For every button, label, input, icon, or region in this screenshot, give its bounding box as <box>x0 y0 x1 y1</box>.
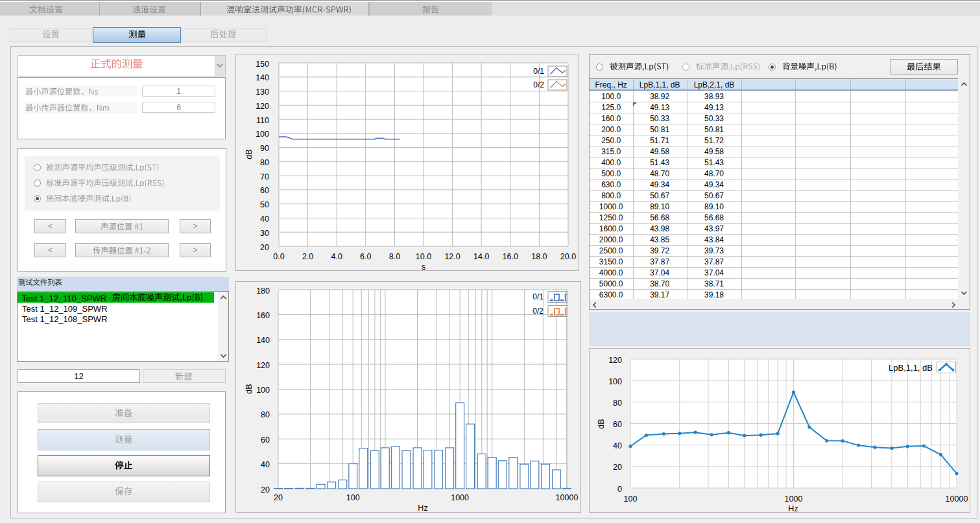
svg-text:60: 60 <box>260 186 269 195</box>
svg-text:2.0: 2.0 <box>302 252 313 261</box>
svg-text:100: 100 <box>624 494 638 504</box>
svg-text:0/1: 0/1 <box>532 292 544 301</box>
svg-text:110: 110 <box>256 116 269 125</box>
svg-text:120: 120 <box>256 102 269 111</box>
svg-text:0/2: 0/2 <box>532 307 544 316</box>
svg-text:18.0: 18.0 <box>531 252 547 261</box>
svg-text:6.0: 6.0 <box>360 252 371 261</box>
svg-text:60: 60 <box>261 436 270 445</box>
svg-text:120: 120 <box>256 361 270 370</box>
svg-text:8.0: 8.0 <box>389 252 400 261</box>
svg-text:140: 140 <box>256 336 270 345</box>
svg-text:40: 40 <box>260 215 269 224</box>
svg-text:60: 60 <box>613 420 622 429</box>
svg-text:20: 20 <box>613 463 622 472</box>
svg-text:4.0: 4.0 <box>331 252 342 261</box>
svg-text:20.0: 20.0 <box>560 252 576 261</box>
svg-text:0: 0 <box>617 485 622 494</box>
svg-text:1000: 1000 <box>451 493 469 502</box>
svg-text:0/2: 0/2 <box>533 80 544 89</box>
svg-text:40: 40 <box>261 460 270 469</box>
svg-text:160: 160 <box>256 311 270 320</box>
svg-text:100: 100 <box>256 130 269 139</box>
svg-text:100: 100 <box>608 377 622 386</box>
svg-text:40: 40 <box>613 441 622 450</box>
svg-text:12.0: 12.0 <box>444 252 460 261</box>
svg-text:180: 180 <box>256 286 270 296</box>
svg-text:140: 140 <box>256 73 269 82</box>
svg-text:100: 100 <box>346 493 360 502</box>
svg-text:70: 70 <box>260 172 269 181</box>
svg-text:0/1: 0/1 <box>533 67 544 76</box>
svg-text:130: 130 <box>256 87 269 97</box>
svg-text:90: 90 <box>260 144 269 153</box>
svg-text:10000: 10000 <box>556 493 579 502</box>
svg-text:0.0: 0.0 <box>273 252 284 261</box>
svg-text:14.0: 14.0 <box>473 252 489 261</box>
svg-text:Hz: Hz <box>788 504 798 513</box>
svg-text:30: 30 <box>260 229 269 238</box>
svg-text:s: s <box>422 262 425 271</box>
svg-text:10.0: 10.0 <box>416 252 431 261</box>
svg-text:80: 80 <box>613 399 622 408</box>
svg-text:80: 80 <box>260 158 269 167</box>
svg-text:20: 20 <box>274 493 283 502</box>
svg-text:50: 50 <box>260 200 269 209</box>
svg-text:dB: dB <box>245 149 254 159</box>
svg-text:120: 120 <box>608 356 622 365</box>
svg-text:80: 80 <box>261 410 270 419</box>
svg-text:dB: dB <box>245 384 254 393</box>
svg-text:100: 100 <box>256 386 270 395</box>
svg-text:Hz: Hz <box>418 504 427 513</box>
svg-text:LpB,1,1, dB: LpB,1,1, dB <box>889 363 933 373</box>
svg-text:10000: 10000 <box>946 494 968 504</box>
svg-text:1000: 1000 <box>785 494 803 504</box>
svg-text:20: 20 <box>261 485 270 494</box>
svg-text:20: 20 <box>260 243 269 252</box>
svg-text:150: 150 <box>256 60 269 69</box>
svg-text:dB: dB <box>597 419 606 428</box>
svg-text:16.0: 16.0 <box>503 252 518 261</box>
